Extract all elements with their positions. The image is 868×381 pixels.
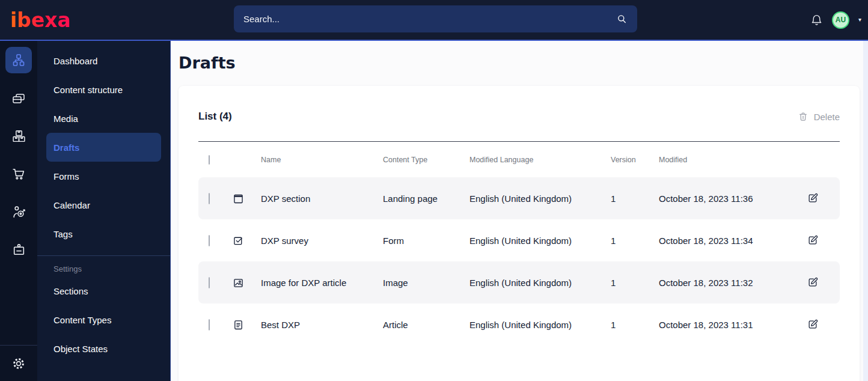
- table-row[interactable]: DXP section Landing page English (United…: [198, 177, 840, 219]
- table-header-row: Name Content Type Modified Language Vers…: [198, 142, 840, 177]
- menu-item-content-types[interactable]: Content Types: [37, 305, 170, 334]
- menu-item-forms[interactable]: Forms: [37, 162, 170, 190]
- cell-name[interactable]: Image for DXP article: [251, 278, 373, 288]
- main-content: Drafts List (4) Delete: [171, 41, 863, 381]
- header-modified-language: Modified Language: [460, 156, 601, 164]
- drafts-table: Name Content Type Modified Language Vers…: [198, 141, 840, 346]
- row-checkbox[interactable]: [209, 235, 210, 246]
- cell-content-type: Landing page: [373, 194, 460, 204]
- drafts-card: List (4) Delete Name Conten: [179, 86, 860, 381]
- cell-version: 1: [601, 320, 649, 330]
- search-icon[interactable]: [616, 13, 628, 25]
- side-menu: Dashboard Content structure Media Drafts…: [37, 41, 171, 381]
- cell-content-type: Article: [373, 320, 460, 330]
- menu-item-calendar[interactable]: Calendar: [37, 190, 170, 219]
- cell-modified-language: English (United Kingdom): [460, 278, 601, 288]
- menu-item-media[interactable]: Media: [37, 104, 170, 133]
- delete-button[interactable]: Delete: [798, 111, 840, 122]
- cell-modified: October 18, 2023 11:32: [649, 278, 797, 288]
- cell-version: 1: [601, 236, 649, 246]
- bell-icon[interactable]: [810, 14, 823, 26]
- table-row[interactable]: Image for DXP article Image English (Uni…: [198, 261, 840, 303]
- form-icon: [222, 234, 251, 247]
- badge-icon: [11, 242, 26, 257]
- icon-rail: [0, 41, 37, 381]
- row-checkbox[interactable]: [209, 193, 210, 204]
- cell-modified-language: English (United Kingdom): [460, 236, 601, 246]
- header-version: Version: [601, 156, 649, 164]
- page-title: Drafts: [179, 53, 863, 72]
- edit-button[interactable]: [807, 192, 819, 204]
- row-checkbox[interactable]: [209, 277, 210, 288]
- cell-name[interactable]: DXP survey: [251, 236, 373, 246]
- cart-icon: [11, 166, 26, 181]
- cell-modified: October 18, 2023 11:36: [649, 194, 797, 204]
- menu-item-object-states[interactable]: Object States: [37, 334, 170, 363]
- global-search[interactable]: [234, 5, 637, 32]
- cell-version: 1: [601, 278, 649, 288]
- menu-item-drafts[interactable]: Drafts: [46, 133, 161, 162]
- settings-section-label: Settings: [37, 256, 170, 276]
- image-icon: [222, 276, 251, 289]
- select-all-checkbox[interactable]: [209, 155, 210, 165]
- menu-item-sections[interactable]: Sections: [37, 276, 170, 305]
- sitemap-icon: [5, 47, 32, 73]
- cell-modified: October 18, 2023 11:31: [649, 320, 797, 330]
- menu-item-dashboard[interactable]: Dashboard: [37, 46, 170, 75]
- cell-version: 1: [601, 194, 649, 204]
- table-row[interactable]: DXP survey Form English (United Kingdom)…: [198, 219, 840, 261]
- menu-item-content-structure[interactable]: Content structure: [37, 75, 170, 104]
- cell-content-type: Image: [373, 278, 460, 288]
- search-input[interactable]: [243, 14, 616, 24]
- cell-modified-language: English (United Kingdom): [460, 320, 601, 330]
- edit-button[interactable]: [807, 276, 819, 288]
- rail-item-pages[interactable]: [0, 79, 37, 117]
- delete-button-label: Delete: [814, 112, 840, 122]
- header-modified: Modified: [649, 156, 797, 164]
- gear-icon: [11, 356, 26, 371]
- edit-button[interactable]: [807, 234, 819, 246]
- avatar[interactable]: AU: [832, 11, 849, 29]
- rail-item-settings[interactable]: [0, 346, 37, 381]
- pages-icon: [11, 91, 26, 106]
- header-name: Name: [251, 156, 373, 164]
- scrollbar[interactable]: [863, 41, 868, 381]
- article-icon: [222, 319, 251, 331]
- audience-icon: [11, 204, 26, 219]
- rail-item-audience[interactable]: [0, 193, 37, 231]
- rail-item-products[interactable]: [0, 117, 37, 155]
- menu-item-tags[interactable]: Tags: [37, 219, 170, 248]
- list-count-title: List (4): [198, 111, 232, 123]
- rail-item-commerce[interactable]: [0, 155, 37, 193]
- trash-icon: [798, 111, 808, 122]
- rail-item-content[interactable]: [0, 41, 37, 79]
- products-icon: [11, 129, 26, 144]
- landing-page-icon: [222, 192, 251, 205]
- cell-modified-language: English (United Kingdom): [460, 194, 601, 204]
- row-checkbox[interactable]: [209, 319, 210, 331]
- card-header: List (4) Delete: [198, 86, 840, 141]
- cell-name[interactable]: DXP section: [251, 194, 373, 204]
- rail-item-badge[interactable]: [0, 231, 37, 269]
- cell-name[interactable]: Best DXP: [251, 320, 373, 330]
- edit-button[interactable]: [807, 319, 819, 331]
- cell-content-type: Form: [373, 236, 460, 246]
- table-row[interactable]: Best DXP Article English (United Kingdom…: [198, 303, 840, 346]
- cell-modified: October 18, 2023 11:34: [649, 236, 797, 246]
- chevron-down-icon[interactable]: ▾: [858, 16, 861, 24]
- header-content-type: Content Type: [373, 156, 460, 164]
- ibexa-logo[interactable]: ibexa: [10, 10, 71, 30]
- topbar-right: AU ▾: [810, 0, 861, 40]
- topbar: ibexa AU ▾: [0, 0, 868, 41]
